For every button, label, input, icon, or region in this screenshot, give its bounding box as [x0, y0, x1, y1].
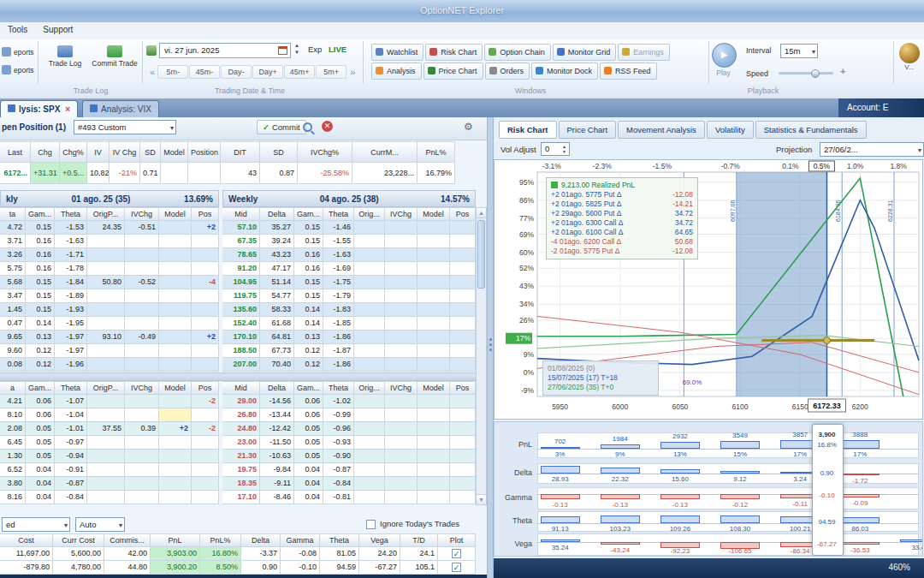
table-row[interactable]: 5.750.16-1.78	[0, 262, 219, 276]
view-select[interactable]: ed ▾	[2, 517, 70, 532]
date-input[interactable]: vi. 27 jun. 2025	[159, 43, 291, 58]
table-row[interactable]: 24.80-12.420.05-0.96	[222, 422, 476, 436]
table-row[interactable]: 152.4061.680.14-1.85	[222, 317, 476, 331]
vol-adjust-spinner[interactable]: 0 ▲▼	[541, 142, 570, 156]
table-row[interactable]: 6.520.04-0.91	[0, 463, 219, 477]
table-row[interactable]: 8.100.06-1.04	[0, 408, 219, 422]
table-row[interactable]: 6.450.05-0.97	[0, 436, 219, 450]
earnings-button[interactable]: Earnings	[618, 44, 670, 61]
table-row[interactable]: 5.680.15-1.8450.80-0.52-4	[0, 276, 219, 289]
monitor-dock-button[interactable]: Monitor Dock	[531, 63, 598, 80]
commit-trade-button[interactable]: Commit Trade	[91, 43, 139, 82]
tab-analysis-spx[interactable]: lysis: SPX×	[0, 100, 78, 118]
table-row[interactable]: 4.210.06-1.07-2	[0, 395, 219, 408]
table-row[interactable]: 3.800.04-0.87	[0, 477, 219, 491]
table-row[interactable]: 8.160.04-0.84	[0, 491, 219, 504]
table-row[interactable]: 1.450.15-1.93	[0, 303, 219, 317]
table-row[interactable]: 0.470.14-1.95	[0, 317, 219, 331]
table-row[interactable]: 3.710.16-1.63	[0, 235, 219, 248]
speed-slider[interactable]	[779, 72, 833, 74]
scroll-down-icon[interactable]: ▼	[477, 494, 486, 504]
scrollbar-thumb[interactable]	[477, 220, 485, 289]
table-row[interactable]: 19.75-9.840.04-0.87	[222, 463, 476, 477]
table-row[interactable]: 17.10-8.460.04-0.81	[222, 491, 476, 504]
step-forward-icon[interactable]: »	[347, 67, 358, 77]
commit-button[interactable]: ✓Commit	[257, 120, 306, 134]
orders-button[interactable]: Orders	[485, 63, 530, 80]
table-row[interactable]: 78.6543.230.16-1.63	[222, 248, 476, 262]
risk-chart-button[interactable]: Risk Chart	[425, 44, 483, 61]
watchlist-button[interactable]: Watchlist	[371, 44, 424, 61]
table-row[interactable]: 21.30-10.630.05-0.90	[222, 450, 476, 463]
table-row[interactable]: 135.6058.330.14-1.83	[222, 303, 476, 317]
trade-log-button[interactable]: Trade Log	[41, 43, 89, 82]
table-row[interactable]: 57.1035.270.15-1.46	[222, 221, 476, 235]
table-row[interactable]: 23.00-11.500.05-0.93	[222, 436, 476, 450]
expiry-band-2[interactable]: Weekly 04 ago. 25 (38) 14.57%	[222, 190, 476, 207]
table-row[interactable]: 207.0070.400.12-1.86	[222, 358, 476, 372]
monitor-grid-button[interactable]: Monitor Grid	[553, 44, 617, 61]
table-row[interactable]: 104.9551.140.15-1.75	[222, 276, 476, 289]
table-row[interactable]: 67.3539.240.15-1.55	[222, 235, 476, 248]
table-row[interactable]: 29.00-14.560.06-1.02	[222, 395, 476, 408]
table-row[interactable]: 9.650.13-1.9793.10-0.49+2	[0, 331, 219, 344]
tab-risk-chart[interactable]: Risk Chart	[499, 121, 557, 139]
close-icon[interactable]: ×	[65, 104, 70, 114]
scroll-up-icon[interactable]: ▲	[477, 208, 486, 218]
table-row[interactable]: -879.804,780.0044.803,900.208.50%0.90-0.…	[0, 561, 476, 575]
table-row[interactable]: 91.2047.170.16-1.69	[222, 262, 476, 276]
report-button[interactable]: eports	[2, 44, 38, 62]
interval-select[interactable]: 15m ▾	[780, 44, 818, 58]
gear-icon[interactable]: ⚙	[464, 121, 473, 133]
panel-splitter[interactable]	[487, 117, 494, 578]
table-row[interactable]: 6172...+31.31+0.5...10.82-21%0.71430.87-…	[0, 163, 476, 184]
slider-thumb[interactable]	[811, 69, 820, 78]
table-row[interactable]: 2.080.05-1.0137.550.39+2-2	[0, 422, 219, 436]
date-stepper-icons[interactable]: ▲▼	[294, 42, 299, 56]
play-button[interactable]: ▶	[712, 43, 737, 68]
step-day--button[interactable]: Day-	[221, 65, 252, 79]
table-row[interactable]: 11,697.005,600.0042.003,903.0016.80%-3.3…	[0, 547, 476, 561]
step-day--button[interactable]: Day+	[252, 65, 283, 79]
table-row[interactable]: 188.5067.730.12-1.87	[222, 344, 476, 358]
rss-feed-button[interactable]: RSS Feed	[600, 63, 657, 80]
table-row[interactable]: 9.600.12-1.97	[0, 344, 219, 358]
step-45m--button[interactable]: 45m+	[284, 65, 315, 79]
tab-analysis-vix[interactable]: Analysis: VIX	[82, 100, 159, 118]
table-row[interactable]: 18.35-9.110.04-0.84	[222, 477, 476, 491]
vertical-scrollbar[interactable]: ▲ ▼	[476, 207, 487, 505]
spinner-arrows-icon[interactable]: ▲▼	[560, 144, 568, 154]
market-data-icon[interactable]	[146, 45, 157, 56]
report-button[interactable]: eports	[2, 62, 38, 80]
plot-checkbox[interactable]: ✓	[452, 549, 461, 558]
option-chain-button[interactable]: Option Chain	[484, 44, 551, 61]
risk-chart[interactable]: 6053.136097.066184.966228.3169.0%95%86%7…	[494, 159, 923, 420]
tab-volatility[interactable]: Volatility	[707, 121, 754, 139]
step-5m--button[interactable]: 5m+	[316, 65, 346, 79]
price-chart-button[interactable]: Price Chart	[424, 63, 483, 80]
tab-movement-analysis[interactable]: Movement Analysis	[618, 121, 705, 139]
projection-date-input[interactable]: 27/06/2... ▾	[820, 142, 924, 157]
step-5m--button[interactable]: 5m-	[157, 65, 188, 79]
table-row[interactable]: 3.470.15-1.89	[0, 289, 219, 303]
search-icon[interactable]	[303, 122, 312, 132]
ignore-trades-checkbox[interactable]	[366, 520, 376, 529]
step-45m--button[interactable]: 45m-	[189, 65, 220, 79]
position-selector[interactable]: #493 Custom ▾	[74, 120, 176, 134]
table-row[interactable]: 3.260.16-1.71	[0, 248, 219, 262]
delete-icon[interactable]: ✕	[322, 121, 333, 132]
table-row[interactable]: 0.080.12-1.96	[0, 358, 219, 372]
table-row[interactable]: 170.1064.810.13-1.86	[222, 331, 476, 344]
table-row[interactable]: 26.80-13.440.06-0.99	[222, 408, 476, 422]
plot-checkbox[interactable]: ✓	[452, 563, 461, 572]
table-row[interactable]: 1.300.05-0.94	[0, 450, 219, 463]
calendar-icon[interactable]	[278, 46, 287, 55]
tab-statistics-fundamentals[interactable]: Statistics & Fundamentals	[755, 121, 867, 139]
analysis-button[interactable]: Analysis	[371, 63, 422, 80]
expiry-band-1[interactable]: kly 01 ago. 25 (35) 13.69%	[0, 190, 219, 207]
tab-price-chart[interactable]: Price Chart	[559, 121, 617, 139]
menu-item-support[interactable]: Support	[35, 22, 80, 37]
table-row[interactable]: 119.7554.770.15-1.79	[222, 289, 476, 303]
table-row[interactable]: 4.720.15-1.5324.35-0.51+2	[0, 221, 219, 235]
splitter-handle[interactable]	[488, 336, 493, 354]
